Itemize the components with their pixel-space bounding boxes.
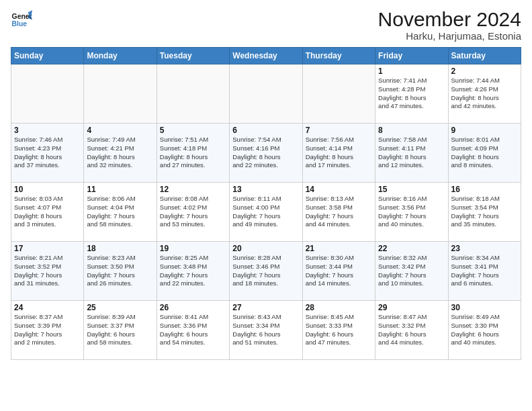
calendar-cell (84, 64, 157, 124)
calendar-cell: 6Sunrise: 7:54 AM Sunset: 4:16 PM Daylig… (230, 124, 302, 183)
calendar-day-header: Monday (84, 48, 157, 64)
calendar-cell (157, 64, 229, 124)
calendar-day-header: Tuesday (157, 48, 229, 64)
day-number: 24 (14, 303, 81, 312)
day-number: 23 (451, 244, 518, 253)
calendar-cell: 5Sunrise: 7:51 AM Sunset: 4:18 PM Daylig… (157, 124, 229, 183)
day-info: Sunrise: 7:49 AM Sunset: 4:21 PM Dayligh… (87, 136, 153, 170)
day-info: Sunrise: 8:06 AM Sunset: 4:04 PM Dayligh… (87, 195, 153, 229)
day-info: Sunrise: 8:49 AM Sunset: 3:30 PM Dayligh… (451, 313, 518, 347)
day-info: Sunrise: 7:54 AM Sunset: 4:16 PM Dayligh… (232, 136, 299, 170)
title-block: November 2024 Harku, Harjumaa, Estonia (378, 8, 521, 42)
day-number: 8 (378, 126, 445, 135)
calendar-cell: 16Sunrise: 8:18 AM Sunset: 3:54 PM Dayli… (448, 183, 521, 242)
day-info: Sunrise: 8:21 AM Sunset: 3:52 PM Dayligh… (14, 254, 81, 288)
day-number: 29 (378, 303, 445, 312)
calendar-day-header: Wednesday (230, 48, 302, 64)
day-info: Sunrise: 7:51 AM Sunset: 4:18 PM Dayligh… (160, 136, 226, 170)
calendar-day-header: Saturday (448, 48, 521, 64)
calendar-day-header: Friday (375, 48, 448, 64)
day-number: 22 (378, 244, 445, 253)
calendar-cell: 23Sunrise: 8:34 AM Sunset: 3:41 PM Dayli… (448, 242, 521, 301)
calendar-cell: 30Sunrise: 8:49 AM Sunset: 3:30 PM Dayli… (448, 301, 521, 360)
logo-icon: General Blue (11, 8, 32, 30)
day-info: Sunrise: 8:41 AM Sunset: 3:36 PM Dayligh… (160, 313, 226, 347)
day-number: 17 (14, 244, 81, 253)
calendar-cell: 18Sunrise: 8:23 AM Sunset: 3:50 PM Dayli… (84, 242, 157, 301)
calendar-cell: 14Sunrise: 8:13 AM Sunset: 3:58 PM Dayli… (302, 183, 375, 242)
calendar-cell (302, 64, 375, 124)
calendar-cell: 15Sunrise: 8:16 AM Sunset: 3:56 PM Dayli… (375, 183, 448, 242)
day-info: Sunrise: 8:47 AM Sunset: 3:32 PM Dayligh… (378, 313, 445, 347)
day-number: 9 (451, 126, 518, 135)
day-info: Sunrise: 8:34 AM Sunset: 3:41 PM Dayligh… (451, 254, 518, 288)
calendar-header-row: SundayMondayTuesdayWednesdayThursdayFrid… (11, 48, 521, 64)
day-number: 30 (451, 303, 518, 312)
calendar-cell: 26Sunrise: 8:41 AM Sunset: 3:36 PM Dayli… (157, 301, 229, 360)
calendar-cell: 19Sunrise: 8:25 AM Sunset: 3:48 PM Dayli… (157, 242, 229, 301)
day-number: 12 (160, 185, 226, 194)
calendar-cell: 9Sunrise: 8:01 AM Sunset: 4:09 PM Daylig… (448, 124, 521, 183)
calendar-cell: 27Sunrise: 8:43 AM Sunset: 3:34 PM Dayli… (230, 301, 302, 360)
calendar-cell: 12Sunrise: 8:08 AM Sunset: 4:02 PM Dayli… (157, 183, 229, 242)
calendar-cell: 7Sunrise: 7:56 AM Sunset: 4:14 PM Daylig… (302, 124, 375, 183)
page-header: General Blue November 2024 Harku, Harjum… (11, 8, 521, 42)
day-info: Sunrise: 8:18 AM Sunset: 3:54 PM Dayligh… (451, 195, 518, 229)
day-number: 1 (378, 66, 445, 76)
calendar-table: SundayMondayTuesdayWednesdayThursdayFrid… (11, 47, 521, 360)
day-number: 13 (232, 185, 299, 194)
calendar-cell: 21Sunrise: 8:30 AM Sunset: 3:44 PM Dayli… (302, 242, 375, 301)
day-info: Sunrise: 8:45 AM Sunset: 3:33 PM Dayligh… (306, 313, 372, 347)
day-info: Sunrise: 8:32 AM Sunset: 3:42 PM Dayligh… (378, 254, 445, 288)
day-number: 15 (378, 185, 445, 194)
calendar-cell: 10Sunrise: 8:03 AM Sunset: 4:07 PM Dayli… (11, 183, 84, 242)
calendar-day-header: Sunday (11, 48, 84, 64)
day-number: 16 (451, 185, 518, 194)
calendar-cell: 8Sunrise: 7:58 AM Sunset: 4:11 PM Daylig… (375, 124, 448, 183)
calendar-cell: 28Sunrise: 8:45 AM Sunset: 3:33 PM Dayli… (302, 301, 375, 360)
day-info: Sunrise: 8:08 AM Sunset: 4:02 PM Dayligh… (160, 195, 226, 229)
calendar-cell: 29Sunrise: 8:47 AM Sunset: 3:32 PM Dayli… (375, 301, 448, 360)
calendar-day-header: Thursday (302, 48, 375, 64)
calendar-week-row: 3Sunrise: 7:46 AM Sunset: 4:23 PM Daylig… (11, 124, 521, 183)
day-info: Sunrise: 7:58 AM Sunset: 4:11 PM Dayligh… (378, 136, 445, 170)
calendar-cell: 24Sunrise: 8:37 AM Sunset: 3:39 PM Dayli… (11, 301, 84, 360)
subtitle: Harku, Harjumaa, Estonia (378, 30, 521, 42)
calendar-cell: 4Sunrise: 7:49 AM Sunset: 4:21 PM Daylig… (84, 124, 157, 183)
day-number: 21 (306, 244, 372, 253)
day-info: Sunrise: 7:56 AM Sunset: 4:14 PM Dayligh… (306, 136, 372, 170)
calendar-cell: 17Sunrise: 8:21 AM Sunset: 3:52 PM Dayli… (11, 242, 84, 301)
calendar-cell: 22Sunrise: 8:32 AM Sunset: 3:42 PM Dayli… (375, 242, 448, 301)
day-number: 3 (14, 126, 81, 135)
day-number: 14 (306, 185, 372, 194)
day-info: Sunrise: 7:44 AM Sunset: 4:26 PM Dayligh… (451, 77, 518, 111)
day-number: 26 (160, 303, 226, 312)
day-number: 5 (160, 126, 226, 135)
day-info: Sunrise: 8:23 AM Sunset: 3:50 PM Dayligh… (87, 254, 153, 288)
calendar-cell: 13Sunrise: 8:11 AM Sunset: 4:00 PM Dayli… (230, 183, 302, 242)
calendar-cell: 2Sunrise: 7:44 AM Sunset: 4:26 PM Daylig… (448, 64, 521, 124)
day-info: Sunrise: 8:28 AM Sunset: 3:46 PM Dayligh… (232, 254, 299, 288)
day-info: Sunrise: 8:13 AM Sunset: 3:58 PM Dayligh… (306, 195, 372, 229)
day-number: 25 (87, 303, 153, 312)
day-info: Sunrise: 8:30 AM Sunset: 3:44 PM Dayligh… (306, 254, 372, 288)
calendar-week-row: 17Sunrise: 8:21 AM Sunset: 3:52 PM Dayli… (11, 242, 521, 301)
day-info: Sunrise: 8:11 AM Sunset: 4:00 PM Dayligh… (232, 195, 299, 229)
day-number: 18 (87, 244, 153, 253)
calendar-cell: 3Sunrise: 7:46 AM Sunset: 4:23 PM Daylig… (11, 124, 84, 183)
calendar-week-row: 24Sunrise: 8:37 AM Sunset: 3:39 PM Dayli… (11, 301, 521, 360)
day-number: 4 (87, 126, 153, 135)
calendar-cell: 1Sunrise: 7:41 AM Sunset: 4:28 PM Daylig… (375, 64, 448, 124)
calendar-cell: 20Sunrise: 8:28 AM Sunset: 3:46 PM Dayli… (230, 242, 302, 301)
day-number: 28 (306, 303, 372, 312)
day-number: 19 (160, 244, 226, 253)
calendar-week-row: 1Sunrise: 7:41 AM Sunset: 4:28 PM Daylig… (11, 64, 521, 124)
calendar-cell (230, 64, 302, 124)
calendar-cell: 11Sunrise: 8:06 AM Sunset: 4:04 PM Dayli… (84, 183, 157, 242)
calendar-cell: 25Sunrise: 8:39 AM Sunset: 3:37 PM Dayli… (84, 301, 157, 360)
calendar-cell (11, 64, 84, 124)
day-number: 27 (232, 303, 299, 312)
day-number: 20 (232, 244, 299, 253)
day-info: Sunrise: 8:25 AM Sunset: 3:48 PM Dayligh… (160, 254, 226, 288)
svg-text:Blue: Blue (12, 20, 28, 28)
